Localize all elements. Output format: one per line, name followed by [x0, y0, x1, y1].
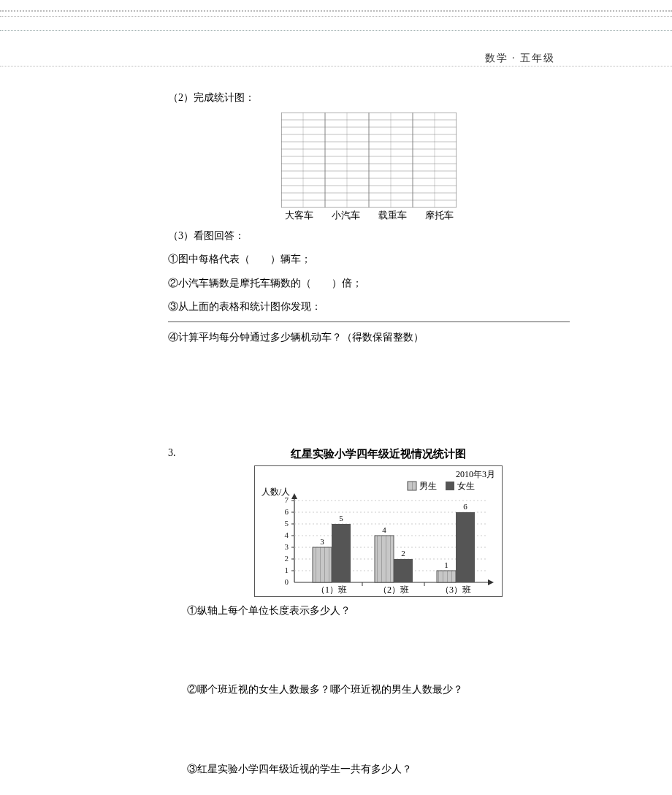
svg-text:4: 4	[285, 530, 289, 539]
svg-text:2: 2	[285, 554, 289, 563]
work-space	[168, 352, 570, 447]
q2-sub4: ④计算平均每分钟通过多少辆机动车？（得数保留整数）	[168, 328, 570, 348]
blank-chart-categories: 大客车 小汽车 载重车 摩托车	[282, 209, 456, 222]
svg-text:6: 6	[285, 507, 289, 516]
chart-date: 2010年3月	[456, 469, 495, 479]
q3-block: 3. 红星实验小学四年级近视情况统计图 2010年3月	[168, 447, 570, 784]
legend-male-swatch	[408, 482, 416, 490]
bar-male-3	[437, 571, 456, 582]
svg-text:7: 7	[285, 495, 289, 504]
q2-sub2: ②小汽车辆数是摩托车辆数的（ ）倍；	[168, 274, 570, 294]
bar-male-2	[375, 536, 394, 582]
q2-sub1: ①图中每格代表（ ）辆车；	[168, 250, 570, 270]
header-rule-bot	[0, 30, 672, 31]
svg-text:1: 1	[444, 560, 448, 569]
blank-grid-svg	[281, 113, 457, 208]
legend-female-label: 女生	[457, 481, 475, 491]
blank-cat: 摩托车	[422, 209, 456, 222]
header-rule-top	[0, 16, 672, 17]
q3-sub2: ②哪个班近视的女生人数最多？哪个班近视的男生人数最少？	[187, 680, 570, 700]
subject-grade-label: 数学 · 五年级	[485, 52, 556, 65]
chart-title: 红星实验小学四年级近视情况统计图	[187, 447, 570, 461]
q3-space-2	[187, 704, 570, 756]
svg-text:3: 3	[285, 542, 289, 551]
svg-text:1: 1	[285, 566, 289, 574]
bar-male-1	[313, 547, 332, 582]
svg-text:3: 3	[320, 537, 324, 546]
svg-text:5: 5	[285, 519, 289, 528]
q3-sub1: ①纵轴上每个单位长度表示多少人？	[187, 601, 570, 621]
svg-text:6: 6	[463, 502, 467, 511]
blank-cat: 载重车	[375, 209, 409, 222]
svg-text:2: 2	[401, 549, 405, 558]
svg-text:4: 4	[382, 525, 386, 534]
svg-text:0: 0	[285, 577, 289, 586]
bar-chart: 2010年3月 男生 女生 人数/人 0	[187, 465, 570, 597]
answer-underline	[168, 322, 570, 322]
page-content: （2）完成统计图：	[0, 66, 672, 795]
blank-cat: 小汽车	[329, 209, 362, 222]
bar-female-1	[332, 524, 351, 582]
bar-female-2	[394, 559, 413, 582]
q3-number: 3.	[168, 447, 187, 459]
xcat-1: （1）班	[316, 585, 347, 595]
bar-chart-svg: 2010年3月 男生 女生 人数/人 0	[254, 465, 503, 597]
legend-female-swatch	[446, 482, 454, 490]
blank-cat: 大客车	[282, 209, 316, 222]
q2-prompt: （2）完成统计图：	[168, 88, 570, 108]
q2-3-heading: （3）看图回答：	[168, 227, 570, 246]
bar-female-3	[456, 512, 475, 582]
q2-sub3: ③从上面的表格和统计图你发现：	[168, 297, 570, 317]
xcat-2: （2）班	[378, 585, 409, 595]
svg-text:5: 5	[339, 514, 343, 522]
xcat-3: （3）班	[440, 585, 471, 595]
header-band: 数学 · 五年级	[0, 10, 672, 66]
blank-chart-area: 大客车 小汽车 载重车 摩托车	[168, 113, 570, 222]
legend-male-label: 男生	[419, 481, 437, 491]
q3-sub3: ③红星实验小学四年级近视的学生一共有多少人？	[187, 760, 570, 780]
q3-space-1	[187, 625, 570, 676]
